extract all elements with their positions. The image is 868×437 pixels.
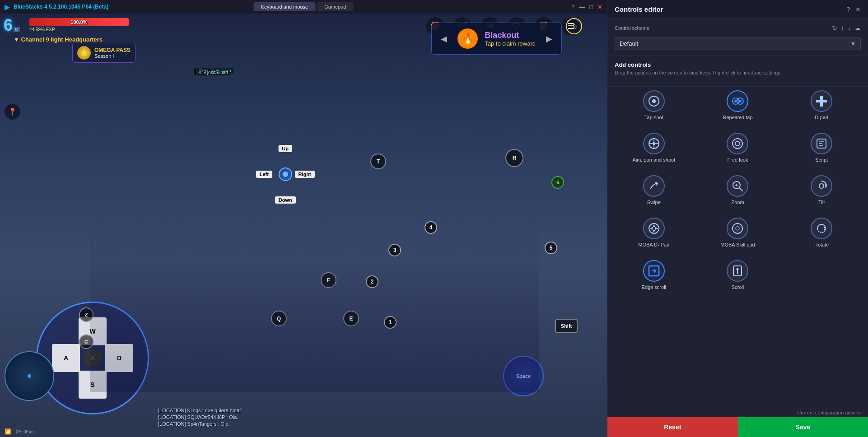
zoom-icon xyxy=(727,175,748,197)
scheme-cloud-icon[interactable]: ☁ xyxy=(854,24,861,32)
controls-scroll-area: Tap spot Repeated tap xyxy=(607,87,868,406)
blackout-notification[interactable]: ◀ 🔥 Blackout Tap to claim reward ▶ xyxy=(431,23,562,55)
chat-area: [LOCATION] Kiings : que quiere hpta? [LO… xyxy=(158,408,366,428)
close-icon[interactable]: ✕ xyxy=(597,4,602,10)
ctrl-moba-d-pad[interactable]: MOBA D- Pad xyxy=(615,214,693,251)
ctrl-rotate[interactable]: Rotate xyxy=(782,214,861,251)
scheme-header-row: Control scheme ↻ ↑ ↓ ☁ xyxy=(615,24,861,34)
ctrl-scroll[interactable]: Scroll xyxy=(699,256,777,293)
save-button[interactable]: Save xyxy=(738,417,868,437)
moba-d-pad-label: MOBA D- Pad xyxy=(638,242,669,247)
minimap xyxy=(5,351,54,401)
ctrl-aim-pan-shoot[interactable]: Aim, pan and shoot xyxy=(615,129,693,166)
moba-skill-pad-label: MOBA Skill pad xyxy=(720,242,755,247)
reset-button[interactable]: Reset xyxy=(607,417,738,437)
edge-scroll-label: Edge scroll xyxy=(642,284,666,290)
scheme-label: Control scheme xyxy=(615,25,649,31)
omega-title: OMEGA PASS xyxy=(94,47,131,53)
tab-keyboard-mouse[interactable]: Keyboard and mouse xyxy=(254,2,316,11)
ctrl-free-look[interactable]: Free look xyxy=(699,129,777,166)
channel-info: ▼ Channel 9 light Headquarters xyxy=(14,35,103,43)
window-icons: ? — □ ✕ xyxy=(571,4,602,10)
ctrl-moba-skill-pad[interactable]: MOBA Skill pad xyxy=(699,214,777,251)
editor-close-icon[interactable]: ✕ xyxy=(855,6,861,13)
ctrl-zoom[interactable]: Zoom xyxy=(699,172,777,209)
chat-line-2: [LOCATION] SQUAD#54XJ6P : Ola. xyxy=(158,414,366,420)
connection-status: 0% 06ms xyxy=(16,429,35,434)
blackout-next-icon[interactable]: ▶ xyxy=(546,34,552,44)
ctrl-swipe[interactable]: Swipe xyxy=(615,172,693,209)
minimap-display xyxy=(5,352,53,400)
dir-up-label: Up xyxy=(278,145,292,152)
help-icon[interactable]: ? xyxy=(571,4,574,10)
rotate-label: Rotate xyxy=(814,242,829,247)
title-bar-tabs: Keyboard and mouse Gamepad xyxy=(254,2,354,11)
exp-text: 44.59% EXP xyxy=(29,27,129,32)
ctrl-tap-spot[interactable]: Tap spot xyxy=(615,87,693,124)
dpad-circle: W A S D ✕ xyxy=(36,302,149,414)
space-btn[interactable]: Space xyxy=(503,356,544,396)
level-badge-m: M xyxy=(14,27,20,32)
aim-reticle: ◎ xyxy=(566,18,582,34)
maximize-icon[interactable]: □ xyxy=(589,4,593,10)
hp-bar-container: 100.0% xyxy=(29,18,129,26)
ctrl-tilt[interactable]: Tilt xyxy=(782,172,861,209)
omega-pass[interactable]: ⭐ OMEGA PASS Season I xyxy=(72,43,135,63)
ctrl-edge-scroll[interactable]: Edge scroll xyxy=(615,256,693,293)
app-name: BlueStacks 4 5.2.100.1045 P64 (Beta) xyxy=(14,4,108,10)
dir-dot xyxy=(283,172,288,177)
aim-pan-shoot-label: Aim, pan and shoot xyxy=(632,157,675,163)
tab-gamepad[interactable]: Gamepad xyxy=(317,2,353,11)
aim-pan-shoot-icon xyxy=(643,133,665,154)
scheme-dropdown[interactable]: Default ▼ xyxy=(615,37,861,50)
ctrl-script[interactable]: Script xyxy=(782,129,861,166)
skill-t-btn[interactable]: T xyxy=(370,153,386,169)
skill-c-btn[interactable]: C xyxy=(79,335,93,349)
scheme-name: Default xyxy=(620,40,850,47)
omega-icon: ⭐ xyxy=(77,46,91,60)
minimize-icon[interactable]: — xyxy=(579,4,585,10)
bluestacks-icon: ▶ xyxy=(5,3,10,11)
chat-line-3: [LOCATION] Sp4nTangers : Ola. xyxy=(158,421,366,427)
moba-d-pad-icon xyxy=(643,218,665,239)
svg-point-25 xyxy=(736,227,739,230)
dpad-s-key[interactable]: S xyxy=(79,371,107,399)
blackout-prev-icon[interactable]: ◀ xyxy=(441,34,447,44)
skill-z-btn[interactable]: Z xyxy=(79,307,93,322)
skill-r-btn[interactable]: R xyxy=(505,149,523,167)
free-look-label: Free look xyxy=(728,157,748,163)
editor-help-icon[interactable]: ? xyxy=(846,6,850,13)
svg-line-19 xyxy=(739,188,742,191)
scheme-upload-icon[interactable]: ↑ xyxy=(841,24,844,32)
shift-btn[interactable]: Shift xyxy=(555,319,578,333)
skill-f-btn[interactable]: F xyxy=(321,272,336,288)
dir-left-label: Left xyxy=(256,171,272,178)
level-number: 6 xyxy=(4,17,13,33)
dir-pad-inner: Up Down Left Right xyxy=(256,145,315,204)
num-badge-2: 2 xyxy=(366,275,378,288)
game-ui: 6 M 100.0% 44.59% EXP ▼ Channel 9 light … xyxy=(0,14,607,437)
hp-bar-fill: 100.0% xyxy=(29,18,129,26)
edge-scroll-icon xyxy=(643,260,665,282)
tilt-icon xyxy=(811,175,832,197)
dpad-d-key[interactable]: D xyxy=(105,344,133,372)
omega-text-container: OMEGA PASS Season I xyxy=(94,47,131,59)
skill-e-btn[interactable]: E xyxy=(343,311,359,326)
editor-header-icons: ? ✕ xyxy=(846,6,861,13)
config-actions-label: Current configuration actions xyxy=(607,406,868,417)
direction-pad: Up Down Left Right xyxy=(256,145,315,204)
scheme-download-icon[interactable]: ↓ xyxy=(848,24,851,32)
ctrl-d-pad[interactable]: D-pad xyxy=(782,87,861,124)
dpad-center: ✕ xyxy=(84,350,101,366)
skill-q-btn[interactable]: Q xyxy=(271,311,287,326)
swipe-label: Swipe xyxy=(647,200,661,205)
hp-area: 100.0% 44.59% EXP xyxy=(29,18,129,32)
num-badge-3: 3 xyxy=(388,244,401,256)
dpad-a-key[interactable]: A xyxy=(52,344,80,372)
ctrl-repeated-tap[interactable]: Repeated tap xyxy=(699,87,777,124)
script-icon xyxy=(811,133,832,154)
scheme-refresh-icon[interactable]: ↻ xyxy=(832,24,837,32)
location-icon[interactable]: 📍 xyxy=(5,104,20,120)
level-badge: 6 M xyxy=(4,17,20,33)
svg-rect-7 xyxy=(816,100,827,102)
